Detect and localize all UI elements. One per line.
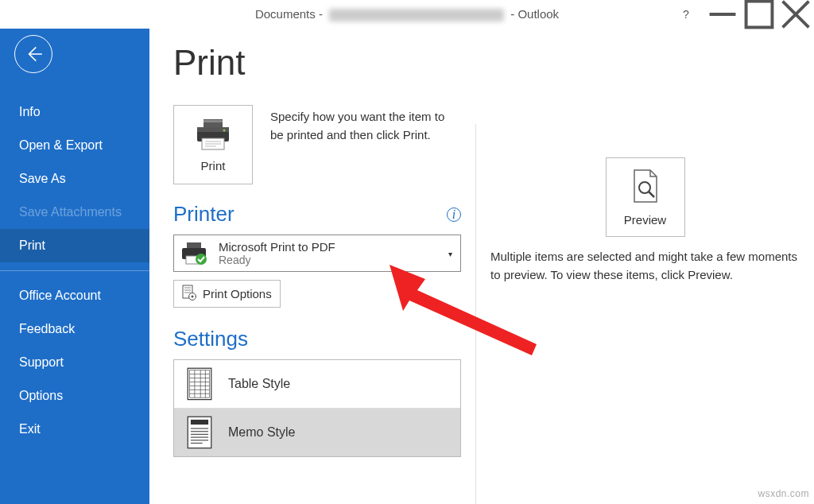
- title-prefix: Documents -: [255, 7, 326, 21]
- nav-options[interactable]: Options: [0, 379, 149, 413]
- print-button[interactable]: Print: [173, 105, 253, 184]
- style-memo[interactable]: Memo Style: [174, 408, 460, 456]
- svg-point-8: [223, 129, 226, 131]
- print-options-button[interactable]: Print Options: [173, 280, 281, 308]
- style-memo-label: Memo Style: [228, 425, 295, 440]
- print-description: Specify how you want the item to be prin…: [270, 105, 453, 144]
- printer-selected-name: Microsoft Print to PDF: [219, 240, 335, 254]
- nav-exit[interactable]: Exit: [0, 413, 149, 446]
- nav-save-attachments: Save Attachments: [0, 196, 149, 229]
- nav-office-account[interactable]: Office Account: [0, 279, 149, 312]
- nav-info[interactable]: Info: [0, 95, 149, 129]
- table-style-icon: [187, 368, 212, 400]
- print-options-label: Print Options: [203, 287, 272, 300]
- nav-save-as[interactable]: Save As: [0, 162, 149, 196]
- nav-print[interactable]: Print: [0, 229, 149, 262]
- preview-button[interactable]: Preview: [606, 157, 685, 237]
- back-button[interactable]: [14, 35, 52, 73]
- nav-feedback[interactable]: Feedback: [0, 312, 149, 346]
- style-table-label: Table Style: [228, 377, 290, 391]
- maximize-button[interactable]: [741, 0, 777, 29]
- svg-rect-35: [191, 420, 208, 425]
- title-suffix: - Outlook: [510, 7, 559, 21]
- close-button[interactable]: [777, 0, 814, 29]
- print-button-label: Print: [201, 159, 226, 173]
- printer-section-heading: Printer: [173, 202, 235, 227]
- memo-style-icon: [187, 417, 212, 448]
- watermark: wsxdn.com: [758, 488, 809, 499]
- printer-status-icon: [180, 242, 209, 266]
- svg-rect-13: [187, 242, 201, 248]
- title-redacted: [329, 9, 504, 21]
- preview-icon: [631, 169, 660, 207]
- chevron-down-icon: ▾: [448, 249, 452, 258]
- nav-support[interactable]: Support: [0, 346, 149, 379]
- preview-message: Multiple items are selected and might ta…: [490, 248, 800, 284]
- main-content: Print: [149, 29, 814, 504]
- page-title: Print: [173, 43, 461, 83]
- svg-point-16: [196, 254, 207, 265]
- style-table[interactable]: Table Style: [174, 360, 460, 408]
- preview-button-label: Preview: [624, 213, 666, 227]
- printer-selected-status: Ready: [219, 254, 335, 266]
- window-titlebar: Documents - - Outlook ?: [0, 0, 814, 29]
- nav-separator: [0, 270, 149, 271]
- backstage-sidebar: Info Open & Export Save As Save Attachme…: [0, 29, 149, 504]
- svg-rect-5: [204, 120, 223, 122]
- svg-rect-23: [188, 368, 211, 399]
- printer-dropdown[interactable]: Microsoft Print to PDF Ready ▾: [173, 235, 461, 272]
- svg-point-22: [192, 296, 194, 298]
- settings-section-heading: Settings: [173, 327, 248, 351]
- nav-open-export[interactable]: Open & Export: [0, 129, 149, 162]
- printer-icon: [194, 118, 232, 154]
- print-options-icon: [182, 285, 196, 303]
- style-list: Table Style: [173, 359, 461, 457]
- help-button[interactable]: ?: [668, 0, 704, 29]
- minimize-button[interactable]: [704, 0, 741, 29]
- svg-rect-1: [746, 2, 773, 28]
- printer-info-icon[interactable]: i: [447, 207, 461, 222]
